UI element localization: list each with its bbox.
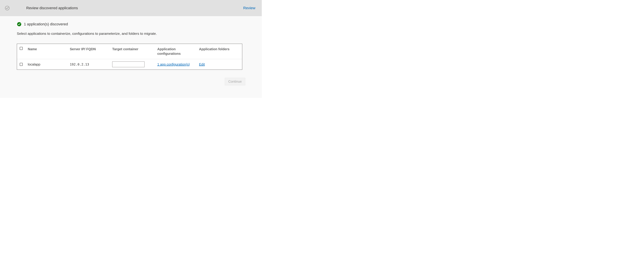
step-header: Review discovered applications Review [0,0,262,16]
status-row: 1 application(s) discovered [17,22,252,26]
column-header-folders: Application folders [199,47,240,51]
content-area: 1 application(s) discovered Select appli… [0,16,262,98]
column-header-server: Server IP/ FQDN [70,47,112,51]
instruction-text: Select applications to containerize, con… [17,31,252,36]
column-header-target: Target container [112,47,157,51]
app-configurations-link[interactable]: 1 app configuration(s) [157,62,190,66]
continue-button[interactable]: Continue [225,78,245,85]
column-header-name: Name [28,47,70,51]
target-container-input[interactable] [112,61,144,67]
cell-name: localapp [28,62,70,66]
page-wrapper: Review discovered applications Review 1 … [0,0,262,98]
select-all-checkbox[interactable] [20,47,23,50]
svg-point-0 [5,6,9,10]
step-complete-icon [5,5,10,10]
cell-config: 1 app configuration(s) [157,62,199,67]
cell-folders: Edit [199,62,240,67]
table-row: localapp 192.0.2.13 1 app configuration(… [17,59,242,70]
applications-table: Name Server IP/ FQDN Target container Ap… [17,44,242,70]
footer: Continue [17,70,252,91]
row-checkbox[interactable] [20,63,23,66]
column-header-config: Application configurations [157,47,199,56]
edit-folders-link[interactable]: Edit [199,62,205,66]
table-header-row: Name Server IP/ FQDN Target container Ap… [17,44,242,59]
step-title: Review discovered applications [26,6,78,10]
cell-target-container [112,61,157,67]
review-link[interactable]: Review [243,6,256,10]
success-check-icon [17,22,22,26]
status-text: 1 application(s) discovered [24,22,68,26]
cell-server-ip: 192.0.2.13 [70,62,112,66]
